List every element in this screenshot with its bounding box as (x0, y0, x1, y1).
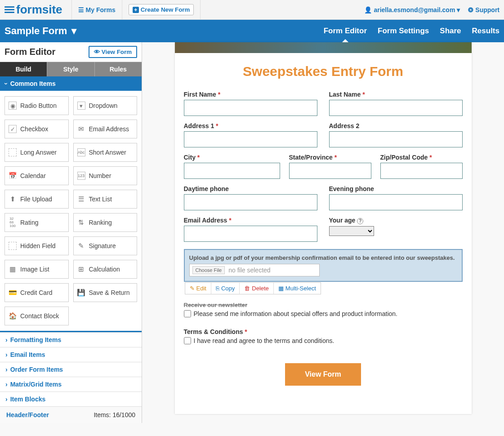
section-email-items[interactable]: Email Items (0, 347, 142, 362)
item-checkbox[interactable]: ✓Checkbox (4, 120, 69, 138)
action-delete[interactable]: 🗑Delete (240, 283, 274, 294)
hidden-icon (9, 242, 17, 250)
plus-icon: + (133, 7, 139, 13)
select-age[interactable] (329, 226, 374, 236)
pencil-icon: ✎ (190, 285, 195, 292)
input-last-name[interactable] (329, 100, 463, 116)
item-contact-block[interactable]: 🏠Contact Block (4, 307, 69, 325)
input-email[interactable] (184, 226, 317, 242)
hamburger-logo-icon (4, 5, 14, 14)
item-dropdown[interactable]: ▾Dropdown (73, 96, 138, 115)
item-number[interactable]: 123Number (73, 166, 138, 185)
input-state[interactable] (289, 163, 371, 179)
label-last-name: Last Name * (329, 91, 463, 98)
brand-logo[interactable]: formsite (4, 3, 71, 17)
eye-icon: 👁 (94, 49, 100, 55)
label-address2: Address 2 (329, 122, 463, 129)
upload-label: Upload a jpg or pdf of your membership c… (189, 254, 457, 261)
caret-down-icon: ▾ (457, 6, 460, 13)
checkbox-newsletter[interactable] (184, 310, 191, 317)
contact-icon: 🏠 (9, 312, 17, 320)
dropdown-icon: ▾ (77, 102, 85, 110)
input-daytime-phone[interactable] (184, 194, 317, 210)
item-hidden-field[interactable]: Hidden Field (4, 236, 69, 255)
input-evening-phone[interactable] (329, 194, 463, 210)
create-new-form-button[interactable]: + Create New Form (129, 4, 194, 15)
create-form-container: + Create New Form (122, 0, 201, 20)
action-edit[interactable]: ✎Edit (185, 283, 211, 294)
tab-form-settings[interactable]: Form Settings (378, 20, 429, 42)
label-evening-phone: Evening phone (329, 185, 463, 192)
top-bar: formsite ☰ My Forms + Create New Form 👤 … (0, 0, 504, 20)
brand-text: formsite (16, 3, 62, 17)
form-nav-bar: Sample Form ▾ Form Editor Form Settings … (0, 20, 504, 42)
item-long-answer[interactable]: Long Answer (4, 143, 69, 162)
list-icon: ☰ (77, 195, 85, 203)
tab-results[interactable]: Results (472, 20, 500, 42)
user-menu[interactable]: 👤 ariella.esmond@gmail.com ▾ (364, 6, 460, 13)
item-calendar[interactable]: 📅Calendar (4, 166, 69, 185)
label-state: State/Province * (289, 154, 371, 161)
help-icon[interactable]: ? (357, 218, 363, 224)
label-city: City * (184, 154, 280, 161)
item-credit-card[interactable]: 💳Credit Card (4, 283, 69, 302)
header-footer-link[interactable]: Header/Footer (6, 411, 49, 418)
item-rating[interactable]: 3268100Rating (4, 213, 69, 232)
form-preview: Sweepstakes Entry Form First Name * Last… (175, 42, 472, 414)
section-formatting-items[interactable]: Formatting Items (0, 332, 142, 347)
seg-rules[interactable]: Rules (94, 62, 142, 76)
textarea-icon (9, 148, 17, 156)
form-canvas: Sweepstakes Entry Form First Name * Last… (142, 42, 504, 423)
copy-icon: ⎘ (216, 285, 219, 292)
label-email: Email Address * (184, 217, 317, 224)
view-form-submit-button[interactable]: View Form (285, 363, 361, 386)
file-input-row[interactable]: Choose File no file selected (189, 264, 320, 276)
action-copy[interactable]: ⎘Copy (211, 283, 240, 294)
checkbox-terms[interactable] (184, 337, 191, 344)
chevron-right-icon (5, 396, 8, 403)
upload-icon: ⬆ (9, 195, 17, 203)
seg-build[interactable]: Build (0, 62, 47, 76)
input-address1[interactable] (184, 131, 317, 147)
support-link[interactable]: ❂ Support (468, 6, 500, 13)
form-title: Sweepstakes Entry Form (175, 53, 472, 85)
section-common-items[interactable]: Common Items (0, 76, 142, 91)
item-email[interactable]: ✉Email Address (73, 120, 138, 138)
upload-field-selected[interactable]: Upload a jpg or pdf of your membership c… (184, 249, 463, 282)
input-address2[interactable] (329, 131, 463, 147)
tab-share[interactable]: Share (440, 20, 461, 42)
action-multi-select[interactable]: ▦Multi-Select (274, 283, 321, 294)
item-radio-button[interactable]: ◉Radio Button (4, 96, 69, 115)
user-icon: 👤 (364, 6, 372, 13)
number-icon: 123 (77, 172, 85, 180)
file-status: no file selected (228, 267, 270, 274)
tab-form-editor[interactable]: Form Editor (324, 20, 367, 42)
view-form-button[interactable]: 👁 View Form (89, 46, 137, 58)
item-text-list[interactable]: ☰Text List (73, 190, 138, 209)
choose-file-button[interactable]: Choose File (192, 266, 225, 274)
terms-header: Terms & Conditions * (184, 328, 463, 335)
my-forms-link[interactable]: ☰ My Forms (71, 0, 122, 20)
section-matrix-grid-items[interactable]: Matrix/Grid Items (0, 377, 142, 392)
input-city[interactable] (184, 163, 280, 179)
form-name-dropdown[interactable]: Sample Form ▾ (4, 25, 76, 37)
item-file-upload[interactable]: ⬆File Upload (4, 190, 69, 209)
input-zip[interactable] (380, 163, 463, 179)
calculation-icon: ⊞ (77, 265, 85, 273)
item-signature[interactable]: ✎Signature (73, 236, 138, 255)
envelope-icon: ✉ (77, 125, 85, 133)
item-save-return[interactable]: 💾Save & Return (73, 283, 138, 302)
chevron-right-icon (5, 366, 8, 373)
label-address1: Address 1 * (184, 122, 317, 129)
text-icon: Abc (77, 148, 85, 156)
item-calculation[interactable]: ⊞Calculation (73, 260, 138, 279)
section-item-blocks[interactable]: Item Blocks (0, 392, 142, 406)
label-first-name: First Name * (184, 91, 317, 98)
item-image-list[interactable]: ▦Image List (4, 260, 69, 279)
section-order-form-items[interactable]: Order Form Items (0, 362, 142, 377)
seg-style[interactable]: Style (47, 62, 94, 76)
checkbox-icon: ✓ (9, 125, 17, 133)
item-ranking[interactable]: ⇅Ranking (73, 213, 138, 232)
item-short-answer[interactable]: AbcShort Answer (73, 143, 138, 162)
input-first-name[interactable] (184, 100, 317, 116)
